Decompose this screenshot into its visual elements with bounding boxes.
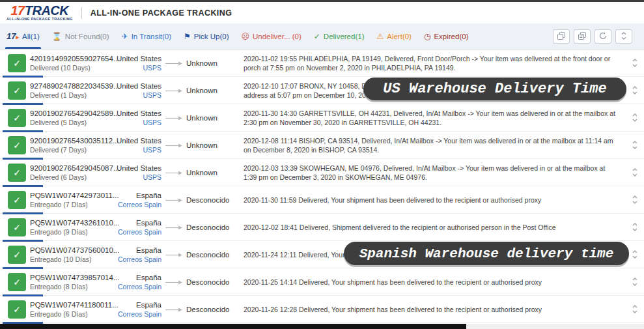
carrier-link[interactable]: USPS xyxy=(107,119,161,126)
copy-all-button[interactable] xyxy=(574,29,591,44)
page-title: ALL-IN-ONE PACKAGE TRACKING xyxy=(91,8,232,18)
tracking-progress-line xyxy=(3,103,43,105)
tracking-number[interactable]: PQ5W1W074743261010... xyxy=(30,219,107,227)
check-icon: ✓ xyxy=(13,222,21,233)
delivered-checkbox[interactable]: ✓ xyxy=(8,273,26,291)
hourglass-icon: ⌛ xyxy=(52,33,62,40)
origin-country: España xyxy=(107,219,161,227)
copy-icon xyxy=(557,31,565,42)
package-row[interactable]: ✓ 92001902765430035112... Delivered (7 D… xyxy=(0,132,644,159)
tab-all[interactable]: 17▸ All(1) xyxy=(7,23,40,49)
package-row[interactable]: ✓ 92001902765429045087... Delivered (6 D… xyxy=(0,159,644,186)
tracking-number[interactable]: PQ5W1W074742973011... xyxy=(30,192,107,199)
carrier-link[interactable]: Correos Spain xyxy=(107,255,161,263)
header-divider xyxy=(81,7,82,19)
refresh-button[interactable] xyxy=(595,29,611,44)
unfold-button[interactable] xyxy=(615,29,632,44)
latest-event: 2020-11-26 12:28 Delivered, Your shipmen… xyxy=(244,305,626,314)
carrier-link[interactable]: USPS xyxy=(107,146,161,154)
tab-pick-up[interactable]: ⚑ Pick Up(0) xyxy=(184,23,229,49)
tab-undelivered[interactable]: ☹ Undeliver... (0) xyxy=(241,23,301,49)
tracking-number[interactable]: 92748902478822034539... xyxy=(30,82,107,90)
expand-row-icon[interactable] xyxy=(626,195,644,204)
destination: Desconocido xyxy=(186,196,244,204)
carrier-link[interactable]: USPS xyxy=(107,91,161,99)
carrier-link[interactable]: Correos Spain xyxy=(107,228,161,236)
origin-country: United States xyxy=(107,137,161,145)
route-arrow-icon xyxy=(161,115,186,121)
delivery-status: Delivered (10 Days) xyxy=(30,64,107,72)
airplane-icon: ✈ xyxy=(122,33,128,40)
app-header: 17TRACK ALL-IN-ONE PACKAGE TRACKING ALL-… xyxy=(0,2,644,23)
expand-row-icon[interactable] xyxy=(626,86,644,94)
check-icon: ✓ xyxy=(13,58,21,68)
delivered-checkbox[interactable]: ✓ xyxy=(8,191,26,209)
package-row[interactable]: ✓ PQ5W1W074739857014... Entregado (8 Día… xyxy=(0,268,644,296)
expand-row-icon[interactable] xyxy=(626,223,644,231)
tab-delivered[interactable]: ✓ Delivered(1) xyxy=(314,23,365,49)
destination: Unknown xyxy=(186,59,244,67)
carrier-link[interactable]: Correos Spain xyxy=(107,201,161,208)
route-arrow-icon xyxy=(161,225,186,230)
expand-row-icon[interactable] xyxy=(626,59,644,67)
delivered-checkbox[interactable]: ✓ xyxy=(8,54,26,72)
delivered-checkbox[interactable]: ✓ xyxy=(8,109,26,127)
package-row[interactable]: ✓ PQ5W1W074741180011... Entregado (6 Día… xyxy=(0,296,644,323)
tracking-number[interactable]: 92001902765430035112... xyxy=(30,137,107,145)
17track-logo[interactable]: 17TRACK ALL-IN-ONE PACKAGE TRACKING xyxy=(7,4,73,21)
logo17-icon: 17▸ xyxy=(7,32,19,40)
carrier-link[interactable]: Correos Spain xyxy=(107,310,161,318)
delivered-checkbox[interactable]: ✓ xyxy=(8,164,26,182)
refresh-icon xyxy=(599,31,607,42)
unfold-icon xyxy=(621,31,627,42)
tab-expired[interactable]: ◷ Expired(0) xyxy=(424,23,469,49)
delivery-status: Entregado (9 Días) xyxy=(30,228,107,236)
delivery-status: Entregado (10 Días) xyxy=(30,255,107,263)
origin-country: United States xyxy=(107,82,161,90)
latest-event: 2020-11-02 19:55 PHILADELPHIA, PA 19149,… xyxy=(244,54,626,72)
route-arrow-icon xyxy=(161,143,186,148)
tracking-number[interactable]: PQ5W1W074741180011... xyxy=(30,301,107,309)
tab-not-found[interactable]: ⌛ Not Found(0) xyxy=(52,23,109,49)
tracking-number[interactable]: 92001902765429045087... xyxy=(30,164,107,172)
tracking-progress-line xyxy=(3,294,43,296)
carrier-link[interactable]: Correos Spain xyxy=(107,283,161,291)
latest-event: 2020-11-30 14:30 GARRETTSVILLE, OH 44231… xyxy=(244,109,626,127)
origin-country: España xyxy=(107,274,161,281)
expand-row-icon[interactable] xyxy=(626,168,644,177)
tracking-progress-line xyxy=(3,76,43,78)
delivered-checkbox[interactable]: ✓ xyxy=(8,136,26,154)
video-progress-bar[interactable] xyxy=(0,324,466,329)
copy-button[interactable] xyxy=(553,29,570,44)
carrier-link[interactable]: USPS xyxy=(107,64,161,72)
expand-row-icon[interactable] xyxy=(626,113,644,122)
status-tabs: 17▸ All(1) ⌛ Not Found(0) ✈ In Transit(0… xyxy=(7,23,481,49)
delivered-checkbox[interactable]: ✓ xyxy=(8,81,26,100)
expand-row-icon[interactable] xyxy=(626,305,644,313)
tracking-number[interactable]: 42019149920559027654... xyxy=(30,55,107,63)
tracking-number[interactable]: PQ5W1W074737560010... xyxy=(30,246,107,254)
tracking-progress-line xyxy=(3,212,43,214)
delivery-status: Entregado (8 Días) xyxy=(30,283,107,291)
tracking-progress-line xyxy=(3,130,43,132)
package-row[interactable]: ✓ 42019149920559027654... Delivered (10 … xyxy=(0,50,644,77)
tab-in-transit[interactable]: ✈ In Transit(0) xyxy=(122,23,171,49)
delivered-checkbox[interactable]: ✓ xyxy=(8,218,26,236)
expand-row-icon[interactable] xyxy=(626,278,644,286)
origin-country: United States xyxy=(107,55,161,63)
package-row[interactable]: ✓ PQ5W1W074742973011... Entregado (7 Día… xyxy=(0,186,644,214)
tracking-number[interactable]: 92001902765429042589... xyxy=(30,109,107,117)
destination: Unknown xyxy=(186,169,244,177)
tab-label: Delivered(1) xyxy=(324,33,365,40)
package-row[interactable]: ✓ 92001902765429042589... Delivered (5 D… xyxy=(0,104,644,132)
delivered-checkbox[interactable]: ✓ xyxy=(8,300,26,319)
origin-country: United States xyxy=(107,109,161,117)
tracking-number[interactable]: PQ5W1W074739857014... xyxy=(30,274,107,281)
carrier-link[interactable]: USPS xyxy=(107,173,161,181)
check-icon: ✓ xyxy=(13,140,21,150)
package-row[interactable]: ✓ PQ5W1W074743261010... Entregado (9 Día… xyxy=(0,214,644,241)
tab-alert[interactable]: ⚠ Alert(0) xyxy=(376,23,411,49)
expand-row-icon[interactable] xyxy=(626,141,644,149)
delivered-checkbox[interactable]: ✓ xyxy=(8,246,26,264)
tab-label: Undeliver... (0) xyxy=(253,33,301,40)
